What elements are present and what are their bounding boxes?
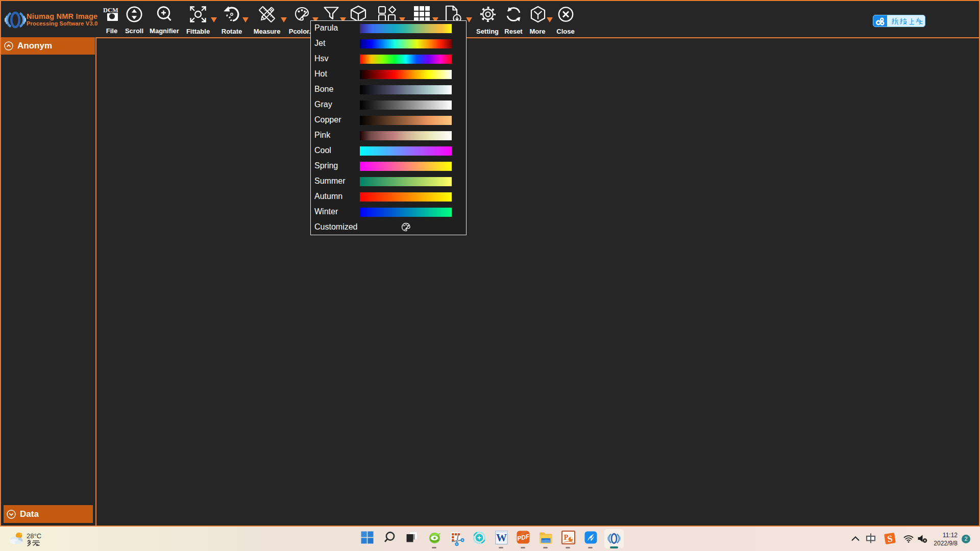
svg-text:W: W (496, 532, 507, 544)
svg-text:P: P (564, 534, 569, 541)
svg-text:DCM: DCM (103, 7, 118, 14)
